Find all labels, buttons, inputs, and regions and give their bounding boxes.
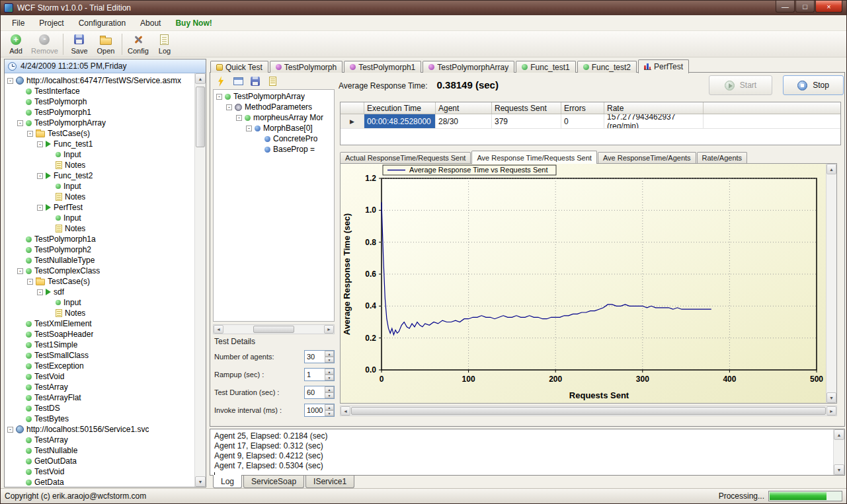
savesm-icon[interactable] (249, 75, 262, 87)
scrollbar-thumb[interactable] (351, 407, 826, 415)
menu-item-file[interactable]: File (5, 16, 32, 30)
tree-item[interactable]: Notes (5, 192, 194, 202)
tree-item[interactable]: TestPolymorph2 (5, 244, 194, 255)
tree-item[interactable]: Input (5, 149, 194, 160)
tab-func-test1[interactable]: Func_test1 (516, 61, 575, 73)
scroll-right-icon[interactable]: ► (324, 325, 334, 334)
menu-item-buy-now[interactable]: Buy Now! (168, 16, 219, 30)
tree-item[interactable]: -sdf (5, 287, 194, 297)
tab-testpolymorph1[interactable]: TestPolymorph1 (344, 61, 421, 73)
tree-item[interactable]: -http://localhost:50156/Service1.svc (5, 424, 194, 435)
save-button[interactable]: Save (66, 32, 93, 57)
menu-item-configuration[interactable]: Configuration (71, 16, 133, 30)
collapse-icon[interactable]: - (7, 78, 13, 84)
minimize-button[interactable]: — (776, 1, 795, 13)
scroll-left-icon[interactable]: ◄ (341, 406, 350, 415)
grid-row-selector[interactable]: ▶ (341, 114, 364, 128)
tab-perftest[interactable]: PerfTest (638, 59, 689, 73)
tree-item[interactable]: -MethodParameters (214, 102, 334, 112)
tree-item[interactable]: TestSmallClass (5, 350, 194, 361)
tree-item[interactable]: TestSoapHeader (5, 329, 194, 340)
chart-tab-actual-responsetime-requests-sent[interactable]: Actual ResponseTime/Requests Sent (340, 152, 471, 163)
tree-item[interactable]: -Func_test2 (5, 170, 194, 181)
number-of-agents-input[interactable]: 30▲▼ (304, 350, 335, 363)
log-tab-log[interactable]: Log (213, 475, 242, 488)
tree-item[interactable]: ConcretePro (214, 133, 334, 144)
collapse-icon[interactable]: - (37, 173, 43, 179)
start-button[interactable]: Start (709, 75, 772, 95)
log-tab-servicesoap[interactable]: ServiceSoap (243, 476, 304, 488)
tree-item[interactable]: Notes (5, 308, 194, 318)
tree-item[interactable]: TestNullable (5, 445, 194, 456)
tree-item[interactable]: Notes (5, 160, 194, 170)
tree-item[interactable]: -TestPolymorphArray (5, 118, 194, 128)
collapse-icon[interactable]: - (37, 289, 43, 295)
collapse-icon[interactable]: - (7, 427, 13, 433)
run-icon[interactable] (214, 75, 227, 87)
spin-up-icon[interactable]: ▲ (325, 404, 334, 410)
grid-column-header[interactable]: Agent (436, 102, 492, 114)
tree-item[interactable]: TestPolymorph (5, 96, 194, 107)
grid-icon[interactable] (231, 75, 245, 87)
tree-item[interactable]: TestInterface (5, 86, 194, 96)
tree-item[interactable]: TestArrayFlat (5, 392, 194, 403)
scroll-up-icon[interactable]: ▲ (834, 429, 844, 440)
tree-item[interactable]: Input (5, 213, 194, 223)
spin-down-icon[interactable]: ▼ (325, 375, 334, 380)
scroll-down-icon[interactable]: ▼ (827, 392, 836, 403)
spin-down-icon[interactable]: ▼ (325, 392, 334, 398)
menu-item-project[interactable]: Project (32, 16, 71, 30)
maximize-button[interactable]: □ (795, 1, 815, 13)
scrollbar-thumb[interactable] (196, 87, 205, 147)
tree-item[interactable]: -MorphBase[0] (214, 123, 334, 133)
tree-item[interactable]: GetData (5, 477, 194, 487)
scroll-down-icon[interactable]: ▼ (834, 464, 844, 475)
chart-tab-rate-agents[interactable]: Rate/Agents (697, 152, 748, 163)
grid-data-row[interactable]: ▶00:00:48.252800028/303790157.2779434629… (341, 114, 840, 129)
tree-item[interactable]: Test1Simple (5, 340, 194, 350)
chart-vertical-scrollbar[interactable]: ▲ ▼ (826, 164, 836, 403)
open-button[interactable]: Open (93, 32, 119, 57)
tree-item[interactable]: -http://localhost:64747/TestWS/Service.a… (5, 75, 194, 86)
scroll-up-icon[interactable]: ▲ (195, 73, 206, 84)
grid-column-header[interactable]: Errors (561, 102, 604, 114)
spin-up-icon[interactable]: ▲ (325, 386, 334, 392)
log-output[interactable]: Agent 25, Elapsed: 0.2184 (sec)Agent 17,… (210, 429, 845, 476)
log-scrollbar[interactable]: ▲ ▼ (833, 429, 844, 475)
tree-item[interactable]: -TestCase(s) (5, 276, 194, 287)
grid-column-header[interactable]: Rate (604, 102, 704, 114)
invoke-interval-ms-input[interactable]: 1000▲▼ (304, 404, 335, 417)
scroll-down-icon[interactable]: ▼ (195, 476, 206, 487)
collapse-icon[interactable]: - (27, 131, 33, 137)
tab-testpolymorpharray[interactable]: TestPolymorphArray (423, 61, 514, 73)
chart-tab-ave-responsetime-agents[interactable]: Ave ResponseTime/Agents (598, 152, 696, 163)
tree-item[interactable]: TestBytes (5, 414, 194, 424)
tree-item[interactable]: Input (5, 297, 194, 308)
tree-item[interactable]: Input (5, 181, 194, 192)
collapse-icon[interactable]: - (27, 279, 33, 285)
tree-item[interactable]: TestNullableType (5, 255, 194, 266)
collapse-icon[interactable]: - (246, 126, 252, 131)
tree-item[interactable]: -Func_test1 (5, 139, 194, 149)
tree-item[interactable]: BaseProp = (214, 144, 334, 155)
collapse-icon[interactable]: - (17, 268, 23, 274)
grid-cell[interactable]: 00:00:48.2528000 (364, 114, 436, 128)
tree-item[interactable]: TestVoid (5, 371, 194, 382)
log-button[interactable]: Log (151, 32, 178, 57)
tree-item[interactable]: -TestPolymorphArray (214, 91, 334, 102)
parameters-tree-hscrollbar[interactable]: ◄ ► (213, 324, 335, 334)
tree-item[interactable]: TestXmlElement (5, 318, 194, 329)
tree-item[interactable]: TestException (5, 361, 194, 371)
grid-cell[interactable]: 157.277943462937 (req/min) (604, 114, 704, 128)
grid-cell[interactable]: 379 (492, 114, 561, 128)
tab-quick-test[interactable]: Quick Test (210, 61, 268, 73)
tree-item[interactable]: TestDS (5, 403, 194, 414)
tree-item[interactable]: -TestCase(s) (5, 128, 194, 139)
collapse-icon[interactable]: - (37, 205, 43, 211)
close-button[interactable]: × (815, 1, 842, 13)
grid-column-header[interactable]: Requests Sent (492, 102, 561, 114)
collapse-icon[interactable]: - (236, 115, 242, 121)
scrollbar-thumb[interactable] (253, 326, 294, 333)
chart-horizontal-scrollbar[interactable]: ◄ ► (340, 406, 837, 416)
tree-item[interactable]: -PerfTest (5, 202, 194, 213)
